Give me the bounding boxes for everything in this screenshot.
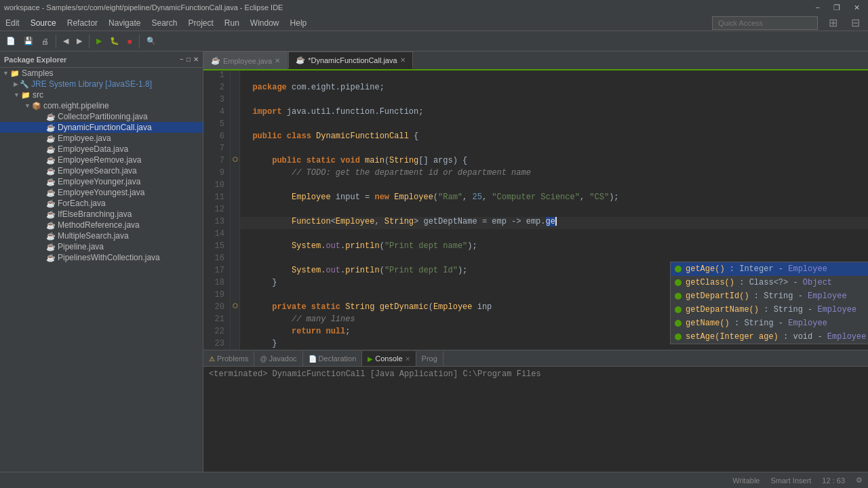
tree-label-empsearch: EmployeeSearch.java (58, 166, 137, 176)
line-content-6: public class DynamicFunctionCall { (240, 131, 868, 144)
save-button[interactable]: 💾 (20, 35, 37, 47)
toolbar-icon-2[interactable]: ⊟ (846, 15, 865, 30)
tree-item-package[interactable]: ▼ 📦 com.eight.pipeline (0, 100, 203, 111)
tab-close-dynamic[interactable]: ✕ (400, 56, 406, 64)
menu-run[interactable]: Run (219, 17, 245, 29)
tree-item-employeedata[interactable]: ☕ EmployeeData.java (0, 144, 203, 155)
ac-item-setage[interactable]: setAge(Integer age) : void - Employee (671, 330, 868, 344)
arrow-package: ▼ (24, 102, 31, 109)
tree-item-empsearch[interactable]: ☕ EmployeeSearch.java (0, 165, 203, 176)
menu-project[interactable]: Project (182, 17, 218, 29)
bottom-tab-problems[interactable]: ⚠ Problems (203, 351, 254, 366)
line-num-22: 22 (203, 327, 231, 339)
line-marker-18 (231, 278, 240, 290)
menu-search[interactable]: Search (146, 17, 182, 29)
new-file-button[interactable]: 📄 (3, 35, 19, 47)
tab-bar: ☕ Employee.java ✕ ☕ *DynamicFunctionCall… (203, 52, 868, 70)
ac-item-getdeptname[interactable]: getDepartName() : String - Employee (671, 303, 868, 317)
console-text: <terminated> DynamicFunctionCall [Java A… (209, 369, 541, 379)
tree-item-empyoungest[interactable]: ☕ EmployeeYoungest.java (0, 187, 203, 198)
toolbar-icon-1[interactable]: ⊞ (823, 15, 843, 30)
tree-item-empyounger[interactable]: ☕ EmployeeYounger.java (0, 176, 203, 187)
run-button[interactable]: ▶ (93, 35, 105, 47)
bottom-tab-declaration[interactable]: 📄 Declaration (303, 351, 363, 366)
ac-item-getdeptid[interactable]: getDepartId() : String - Employee (671, 289, 868, 303)
menu-navigate[interactable]: Navigate (103, 17, 146, 29)
java-icon-empdata: ☕ (46, 145, 56, 154)
tree-item-samples[interactable]: ▼ 📁 Samples (0, 68, 203, 79)
bottom-tab-console[interactable]: ▶ Console ✕ (362, 351, 416, 366)
ac-item-getname[interactable]: getName() : String - Employee (671, 317, 868, 330)
line-num-10: 10 (203, 180, 231, 192)
code-line-5: 5 (203, 119, 868, 131)
menu-refactor[interactable]: Refactor (62, 17, 103, 29)
tree-item-employee[interactable]: ☕ Employee.java (0, 133, 203, 144)
menu-help[interactable]: Help (285, 17, 313, 29)
tree-item-dynamic[interactable]: ☕ DynamicFunctionCall.java (0, 122, 203, 133)
sidebar-maximize-icon[interactable]: □ (186, 56, 191, 63)
tab-employee[interactable]: ☕ Employee.java ✕ (203, 52, 288, 69)
line-content-4: import java.util.function.Function; (240, 107, 868, 119)
line-num-11: 11 (203, 192, 231, 205)
java-icon-empyoungest: ☕ (46, 188, 56, 197)
tree-label-pipelinescoll: PipelinesWithCollection.java (58, 253, 160, 262)
bottom-tab-javadoc-label: Javadoc (269, 354, 297, 363)
tree-item-employeeremove[interactable]: ☕ EmployeeRemove.java (0, 155, 203, 165)
arrow-jre: ▶ (14, 81, 18, 87)
java-icon-collector: ☕ (46, 113, 56, 121)
console-tab-close-icon[interactable]: ✕ (405, 355, 410, 363)
java-icon-pipeline: ☕ (46, 243, 56, 251)
print-button[interactable]: 🖨 (38, 35, 52, 47)
java-icon-empsearch: ☕ (46, 167, 56, 176)
menu-source[interactable]: Source (25, 17, 62, 29)
bottom-tab-prog[interactable]: Prog (416, 351, 443, 366)
tree-label-empdata: EmployeeData.java (58, 144, 128, 154)
line-num-18: 18 (203, 278, 231, 290)
java-icon-multisearch: ☕ (46, 232, 56, 241)
tree-item-pipeline[interactable]: ☕ Pipeline.java (0, 241, 203, 252)
tree-item-ifelse[interactable]: ☕ IfElseBranching.java (0, 209, 203, 220)
bottom-tab-declaration-label: Declaration (319, 354, 357, 363)
tree-item-src[interactable]: ▼ 📁 src (0, 89, 203, 100)
close-button[interactable]: ✕ (850, 3, 864, 12)
line-marker-20: ⬡ (231, 302, 240, 314)
sidebar-tree: ▼ 📁 Samples ▶ 🔧 JRE System Library [Java… (0, 68, 203, 472)
code-line-13: 13 Function<Employee, String> getDeptNam… (203, 217, 868, 229)
quick-access-input[interactable] (712, 16, 818, 30)
forward-button[interactable]: ▶ (73, 35, 85, 47)
ac-dot-getdeptname (675, 306, 682, 313)
tab-dynamic[interactable]: ☕ *DynamicFunctionCall.java ✕ (288, 52, 412, 69)
tree-item-methodref[interactable]: ☕ MethodReference.java (0, 220, 203, 230)
ac-dot-getname (675, 320, 682, 327)
ac-item-getclass[interactable]: getClass() : Class<?> - Object (671, 276, 868, 289)
line-content-3 (240, 95, 868, 107)
tree-item-pipelinescoll[interactable]: ☕ PipelinesWithCollection.java (0, 252, 203, 263)
line-marker-23 (231, 339, 240, 350)
stop-button[interactable]: ■ (124, 35, 136, 47)
toolbar-separator-2 (89, 35, 90, 48)
tab-close-employee[interactable]: ✕ (275, 57, 280, 64)
tree-item-jre[interactable]: ▶ 🔧 JRE System Library [JavaSE-1.8] (0, 79, 203, 89)
bottom-tab-javadoc[interactable]: @ Javadoc (254, 351, 302, 366)
line-marker-8: ⬡ (231, 156, 240, 168)
autocomplete-dropdown: getAge() : Integer - Employee getClass()… (670, 262, 868, 344)
maximize-button[interactable]: ❐ (829, 3, 844, 12)
tree-item-multisearch[interactable]: ☕ MultipleSearch.java (0, 230, 203, 241)
minimize-button[interactable]: − (812, 3, 824, 12)
code-editor[interactable]: 1 2 package com.eight.pipeline; 3 (203, 70, 868, 350)
code-line-4: 4 import java.util.function.Function; (203, 107, 868, 119)
tree-item-foreach[interactable]: ☕ ForEach.java (0, 198, 203, 209)
debug-button[interactable]: 🐛 (106, 35, 123, 47)
tree-item-collector[interactable]: ☕ CollectorPartitioning.java (0, 111, 203, 122)
menu-edit[interactable]: Edit (0, 17, 25, 29)
sidebar-close-icon[interactable]: ✕ (193, 56, 199, 63)
java-icon-empremove: ☕ (46, 156, 56, 165)
back-button[interactable]: ◀ (60, 35, 72, 47)
line-num-23: 23 (203, 339, 231, 350)
ac-item-getage[interactable]: getAge() : Integer - Employee (671, 262, 868, 276)
sidebar-minimize-icon[interactable]: − (180, 56, 184, 63)
search-button[interactable]: 🔍 (143, 35, 159, 47)
declaration-icon: 📄 (309, 355, 317, 363)
line-content-12 (240, 205, 868, 217)
menu-window[interactable]: Window (245, 17, 285, 29)
